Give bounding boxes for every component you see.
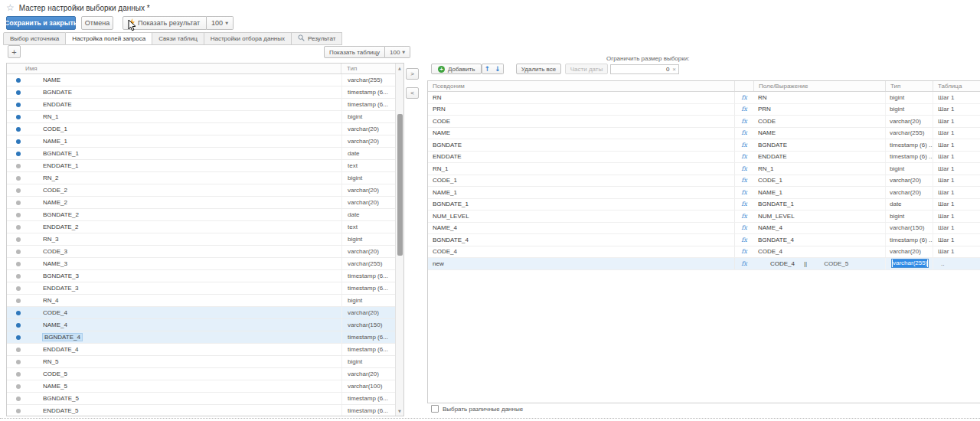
- query-field-row[interactable]: BGNDATEfxBGNDATEtimestamp (6) ...Шаг 1: [428, 139, 980, 152]
- column-header-table[interactable]: Таблица: [933, 81, 980, 91]
- source-field-row[interactable]: RN_5bigint: [7, 356, 395, 368]
- source-field-row[interactable]: BGNDATE_1date: [7, 148, 395, 160]
- tab-data-filter[interactable]: Настройки отбора данных: [204, 32, 292, 45]
- query-field-row[interactable]: CODE_4fxCODE_4varchar(20)Шаг 1: [428, 246, 980, 259]
- distinct-checkbox-row: Выбрать различные данные: [431, 405, 523, 413]
- source-field-row[interactable]: ENDDATE_2text: [7, 221, 395, 233]
- fx-icon[interactable]: fx: [734, 210, 753, 222]
- source-field-row[interactable]: BGNDATE_5timestamp (6...: [7, 393, 395, 405]
- scroll-down-icon[interactable]: ▼: [396, 407, 403, 415]
- source-field-row[interactable]: RN_3bigint: [7, 233, 395, 246]
- source-field-row[interactable]: BGNDATE_2date: [7, 209, 395, 221]
- add-query-field-button[interactable]: + Добавить: [431, 64, 482, 74]
- delete-all-button[interactable]: Удалить все: [516, 64, 561, 74]
- query-field-row[interactable]: RN_1fxRN_1bigintШаг 1: [428, 163, 980, 175]
- source-field-row[interactable]: NAME_5varchar(100): [7, 380, 395, 393]
- scroll-up-icon[interactable]: ▲: [396, 64, 403, 72]
- fx-icon[interactable]: fx: [734, 116, 753, 127]
- tab-table-links[interactable]: Связи таблиц: [152, 32, 204, 45]
- expression-operand[interactable]: CODE_4: [770, 260, 795, 267]
- fx-icon[interactable]: fx: [734, 139, 753, 151]
- query-field-row[interactable]: NAME_4fxNAME_4varchar(150)Шаг 1: [428, 223, 980, 235]
- scrollbar-thumb[interactable]: [397, 114, 403, 256]
- fx-icon[interactable]: fx: [734, 246, 753, 258]
- fx-icon[interactable]: fx: [734, 258, 753, 269]
- expression-operand[interactable]: CODE_5: [824, 260, 848, 267]
- query-field-row[interactable]: BGNDATE_4fxBGNDATE_4timestamp (6) ...Шаг…: [428, 234, 980, 246]
- column-header-field[interactable]: Поле/Выражение: [753, 81, 885, 91]
- fx-icon[interactable]: fx: [734, 163, 753, 175]
- source-field-row[interactable]: BGNDATE_3timestamp (6...: [7, 270, 395, 282]
- save-close-button[interactable]: Сохранить и закрыть: [6, 16, 76, 30]
- source-field-row[interactable]: BGNDATEtimestamp (6...: [7, 86, 395, 99]
- source-field-row[interactable]: NAME_1varchar(20): [7, 135, 395, 148]
- query-field-row[interactable]: RNfxRNbigintШаг 1: [428, 92, 980, 104]
- source-field-row[interactable]: ENDDATEtimestamp (6...: [7, 99, 395, 111]
- move-down-button[interactable]: ↓: [492, 64, 504, 74]
- limit-size-input[interactable]: 0 ×: [610, 64, 679, 74]
- query-field-row[interactable]: CODEfxCODEvarchar(20)Шаг 1: [428, 116, 980, 128]
- source-field-row[interactable]: ENDDATE_5timestamp (6...: [7, 405, 395, 416]
- table-page-size-dropdown[interactable]: 100 ▼: [385, 46, 410, 58]
- move-to-query-button[interactable]: >: [406, 68, 419, 80]
- query-field-row[interactable]: NAME_1fxNAME_1varchar(20)Шаг 1: [428, 187, 980, 199]
- query-field-row[interactable]: ENDDATEfxENDDATEtimestamp (6) ...Шаг 1: [428, 152, 980, 164]
- source-field-row[interactable]: NAMEvarchar(255): [7, 74, 395, 86]
- source-field-row[interactable]: CODE_3varchar(20): [7, 246, 395, 258]
- favorite-star-icon[interactable]: ☆: [6, 3, 15, 12]
- fx-icon[interactable]: fx: [734, 104, 753, 116]
- source-field-row[interactable]: NAME_2varchar(20): [7, 197, 395, 209]
- left-table-scrollbar[interactable]: ▲ ▼: [395, 64, 403, 416]
- distinct-checkbox[interactable]: [431, 405, 439, 413]
- tab-query-fields[interactable]: Настройка полей запроса: [66, 32, 152, 45]
- more-button[interactable]: ..: [941, 260, 944, 267]
- query-field-row[interactable]: NAMEfxNAMEvarchar(255)Шаг 1: [428, 128, 980, 140]
- tab-result[interactable]: Результат: [292, 32, 342, 45]
- column-header-alias[interactable]: Псевдоним: [428, 81, 734, 91]
- type-input[interactable]: varchar(255): [891, 259, 929, 268]
- query-field-row[interactable]: CODE_1fxCODE_1varchar(20)Шаг 1: [428, 175, 980, 188]
- field-type: date: [341, 148, 395, 159]
- source-field-row[interactable]: RN_2bigint: [7, 172, 395, 184]
- show-table-button[interactable]: Показать таблицу: [324, 46, 385, 58]
- source-field-row[interactable]: RN_1bigint: [7, 111, 395, 123]
- query-field-row[interactable]: NUM_LEVELfxNUM_LEVELbigintШаг 1: [428, 210, 980, 223]
- date-parts-button[interactable]: Части даты: [565, 64, 608, 74]
- source-field-row[interactable]: ENDDATE_4timestamp (6...: [7, 344, 395, 356]
- add-field-button[interactable]: +: [8, 45, 21, 58]
- query-field-row[interactable]: BGNDATE_1fxBGNDATE_1dateШаг 1: [428, 199, 980, 211]
- source-field-row[interactable]: CODE_4varchar(20): [7, 307, 395, 319]
- source-field-row[interactable]: CODE_1varchar(20): [7, 123, 395, 135]
- column-header-name[interactable]: Имя: [25, 65, 341, 72]
- fx-icon[interactable]: fx: [734, 187, 753, 198]
- fx-icon[interactable]: fx: [734, 128, 753, 139]
- tab-source-select[interactable]: Выбор источника: [3, 32, 66, 45]
- move-up-button[interactable]: ↑: [482, 64, 493, 74]
- field-type: timestamp (6...: [341, 86, 395, 98]
- cancel-button[interactable]: Отмена: [81, 16, 113, 30]
- fx-icon[interactable]: fx: [734, 175, 753, 187]
- source-field-row[interactable]: CODE_2varchar(20): [7, 184, 395, 197]
- result-limit-dropdown[interactable]: 100 ▼: [207, 16, 234, 30]
- source-field-row[interactable]: RN_4bigint: [7, 295, 395, 307]
- fx-icon[interactable]: fx: [734, 223, 753, 234]
- fx-icon[interactable]: fx: [734, 234, 753, 246]
- expression-editor[interactable]: CODE_4||CODE_5: [753, 258, 885, 269]
- source-field-row[interactable]: NAME_3varchar(255): [7, 258, 395, 270]
- source-field-row[interactable]: CODE_5varchar(20): [7, 368, 395, 380]
- fx-icon[interactable]: fx: [734, 199, 753, 210]
- query-field-row[interactable]: PRNfxPRNbigintШаг 1: [428, 104, 980, 116]
- fx-icon[interactable]: fx: [734, 152, 753, 163]
- source-field-row[interactable]: NAME_4varchar(150): [7, 319, 395, 331]
- fx-icon[interactable]: fx: [734, 92, 753, 103]
- source-field-row[interactable]: ENDDATE_1text: [7, 160, 395, 172]
- column-header-type[interactable]: Тип: [885, 81, 933, 91]
- query-field-row-editing[interactable]: newfxCODE_4||CODE_5varchar(255)..: [428, 258, 980, 270]
- remove-from-query-button[interactable]: <: [406, 87, 419, 99]
- column-header-type[interactable]: Тип: [341, 64, 403, 73]
- bottom-divider: [0, 418, 980, 419]
- show-result-button[interactable]: Показать результат: [122, 16, 207, 30]
- source-field-row[interactable]: ENDDATE_3timestamp (6...: [7, 282, 395, 295]
- source-field-row[interactable]: BGNDATE_4timestamp (6...: [7, 331, 395, 344]
- clear-icon[interactable]: ×: [672, 66, 676, 73]
